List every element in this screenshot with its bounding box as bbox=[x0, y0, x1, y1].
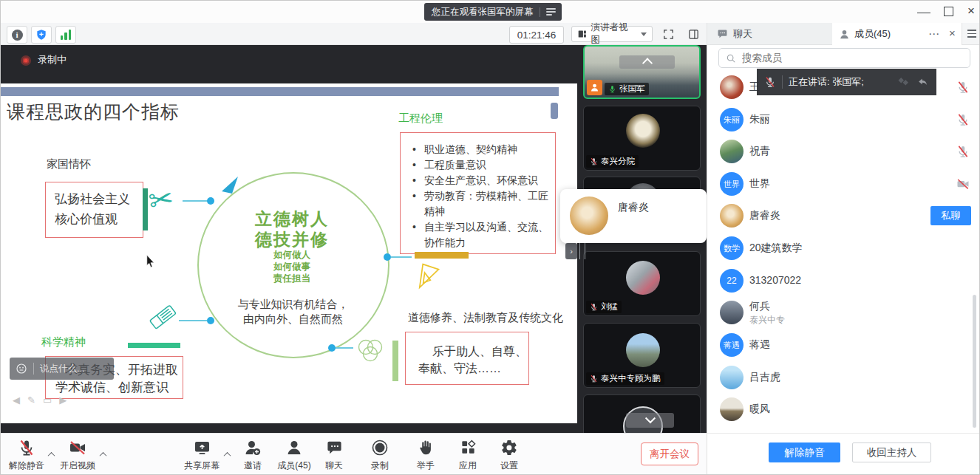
video-tile-taixingfenyuan[interactable]: 泰兴分院 bbox=[583, 106, 701, 171]
mic-muted-icon bbox=[956, 113, 970, 126]
share-options-chevron[interactable] bbox=[225, 447, 232, 454]
unmute-button[interactable]: 解除静音 bbox=[5, 439, 48, 473]
moral-label: 道德修养、法制教育及传统文化 bbox=[408, 311, 563, 325]
slide-nav-controls[interactable]: ◀ ✎ ▭ ▶ bbox=[13, 394, 67, 406]
video-tile-partial[interactable] bbox=[583, 394, 701, 433]
slide-scroll-tab[interactable] bbox=[551, 103, 558, 119]
chat-button[interactable]: 聊天 bbox=[319, 439, 350, 473]
member-row[interactable]: 数学 20建筑数学 bbox=[707, 233, 980, 264]
member-subtitle: 泰兴中专 bbox=[749, 314, 785, 327]
tooltip-name: 唐睿炎 bbox=[618, 201, 649, 214]
bottom-toolbar: 解除静音 开启视频 共享屏幕 邀请 成员(45) 聊天 录制 bbox=[1, 433, 707, 475]
record-button[interactable]: 录制 bbox=[364, 439, 395, 473]
scrollbar[interactable] bbox=[973, 295, 976, 428]
member-row[interactable]: 朱丽 朱丽 bbox=[707, 104, 980, 136]
next-slide-icon[interactable]: ▶ bbox=[59, 394, 67, 406]
member-hover-tooltip: 唐睿炎 bbox=[560, 189, 707, 243]
tab-members[interactable]: 成员(45) bbox=[832, 23, 962, 45]
video-tile-zhangguojun[interactable]: 张国军 bbox=[583, 45, 701, 99]
connector-line bbox=[183, 200, 209, 202]
prev-slide-icon[interactable]: ◀ bbox=[13, 394, 20, 406]
share-screen-icon bbox=[193, 439, 211, 457]
panel-more-button[interactable]: ⋯ bbox=[928, 27, 940, 41]
member-row[interactable]: 蒋遇 蒋遇 bbox=[707, 329, 980, 361]
raise-hand-button[interactable]: 举手 bbox=[410, 439, 441, 473]
observer-banner[interactable]: 您正在观看张国军的屏幕 bbox=[424, 3, 562, 21]
private-chat-button[interactable]: 私聊 bbox=[930, 206, 971, 225]
video-tile-liumeng[interactable]: 刘猛 bbox=[583, 251, 701, 316]
member-row[interactable]: 暖风 bbox=[707, 394, 980, 426]
member-row[interactable]: 唐睿炎 私聊 bbox=[707, 200, 980, 232]
video-tile-guweipeng[interactable]: 泰兴中专顾为鹏 bbox=[583, 323, 701, 388]
expand-tiles-button[interactable] bbox=[626, 413, 674, 428]
video-options-chevron[interactable] bbox=[101, 447, 108, 454]
panel-close-button[interactable]: × bbox=[949, 27, 956, 39]
banner-menu-icon[interactable] bbox=[546, 8, 556, 16]
science-label: 科学精神 bbox=[41, 335, 86, 349]
members-button[interactable]: 成员(45) bbox=[273, 439, 315, 473]
share-screen-button[interactable]: 共享屏幕 bbox=[181, 439, 222, 473]
member-row[interactable]: 22 313207022 bbox=[707, 265, 980, 297]
maximize-button[interactable] bbox=[944, 7, 953, 16]
chevron-down-icon bbox=[641, 33, 647, 36]
member-search-box[interactable] bbox=[718, 48, 970, 68]
panel-menu-button[interactable] bbox=[962, 23, 980, 45]
quick-chat-overlay[interactable]: 说点什么... bbox=[10, 358, 114, 380]
patriotism-label: 家国情怀 bbox=[47, 157, 91, 171]
member-name: 蒋遇 bbox=[749, 338, 770, 352]
apps-button[interactable]: 应用 bbox=[452, 439, 483, 473]
fullscreen-icon[interactable] bbox=[662, 28, 675, 41]
frame-icon[interactable]: ▭ bbox=[43, 394, 52, 406]
chat-bubble-icon bbox=[717, 28, 728, 39]
pen-icon[interactable]: ✎ bbox=[27, 394, 35, 406]
view-mode-label: 演讲者视图 bbox=[591, 21, 636, 47]
network-quality-button[interactable] bbox=[55, 26, 76, 44]
observer-banner-text: 您正在观看张国军的屏幕 bbox=[432, 6, 534, 18]
reply-arrow-icon[interactable] bbox=[916, 76, 929, 89]
center-motto-line2: 德技并修 bbox=[222, 228, 362, 251]
meeting-info-button[interactable]: i bbox=[7, 26, 27, 44]
meeting-timer: 01:21:46 bbox=[509, 26, 564, 44]
invite-button[interactable]: 邀请 bbox=[236, 439, 270, 473]
resize-grip[interactable] bbox=[579, 243, 585, 259]
unmute-all-button[interactable]: 解除静音 bbox=[769, 442, 840, 462]
security-button[interactable] bbox=[31, 26, 52, 44]
emoji-icon[interactable] bbox=[16, 363, 27, 375]
reclaim-host-button[interactable]: 收回主持人 bbox=[852, 442, 931, 462]
avatar: 22 bbox=[720, 269, 743, 293]
recording-dot-icon bbox=[23, 58, 29, 64]
tile-name-badge: 刘猛 bbox=[586, 301, 622, 313]
search-input[interactable] bbox=[741, 52, 963, 64]
member-name: 何兵 bbox=[749, 300, 770, 313]
close-button[interactable]: × bbox=[964, 4, 978, 18]
center-note-line1: 与专业知识有机结合， bbox=[214, 298, 372, 312]
eraser-icon bbox=[147, 304, 180, 331]
info-icon: i bbox=[12, 30, 23, 41]
members-panel-footer: 解除静音 收回主持人 bbox=[707, 433, 980, 475]
side-panel-icon[interactable] bbox=[687, 28, 700, 41]
leave-meeting-button[interactable]: 离开会议 bbox=[641, 442, 698, 465]
hamburger-icon bbox=[967, 30, 976, 38]
connector-line bbox=[179, 320, 207, 321]
member-row[interactable]: 吕吉虎 bbox=[707, 362, 980, 394]
settings-button[interactable]: 设置 bbox=[494, 439, 525, 473]
collapse-tiles-button[interactable] bbox=[619, 55, 675, 69]
yellow-bar bbox=[415, 252, 469, 259]
member-row[interactable]: 祝青 bbox=[707, 136, 980, 168]
engineering-box: 职业道德、契约精神 工程质量意识 安全生产意识、环保意识 劳动教育：劳模精神、工… bbox=[400, 132, 556, 254]
mic-muted-icon bbox=[590, 303, 598, 311]
center-sub2: 如何做事 bbox=[248, 261, 336, 273]
minimize-button[interactable] bbox=[917, 10, 930, 13]
mic-muted-icon bbox=[18, 439, 35, 457]
chevron-down-icon bbox=[644, 413, 655, 423]
scissors-icon: ✂ bbox=[146, 180, 176, 218]
divider bbox=[33, 363, 34, 375]
mic-options-chevron[interactable] bbox=[49, 447, 56, 454]
member-row[interactable]: 何兵 泰兴中专 bbox=[707, 297, 980, 329]
collapse-panel-handle[interactable]: › bbox=[565, 243, 577, 259]
view-mode-dropdown[interactable]: 演讲者视图 bbox=[571, 26, 653, 42]
tab-chat[interactable]: 聊天 bbox=[707, 23, 832, 45]
start-video-button[interactable]: 开启视频 bbox=[57, 439, 98, 473]
member-row[interactable]: 世界 世界 bbox=[707, 168, 980, 200]
arrow-icon bbox=[220, 175, 239, 194]
